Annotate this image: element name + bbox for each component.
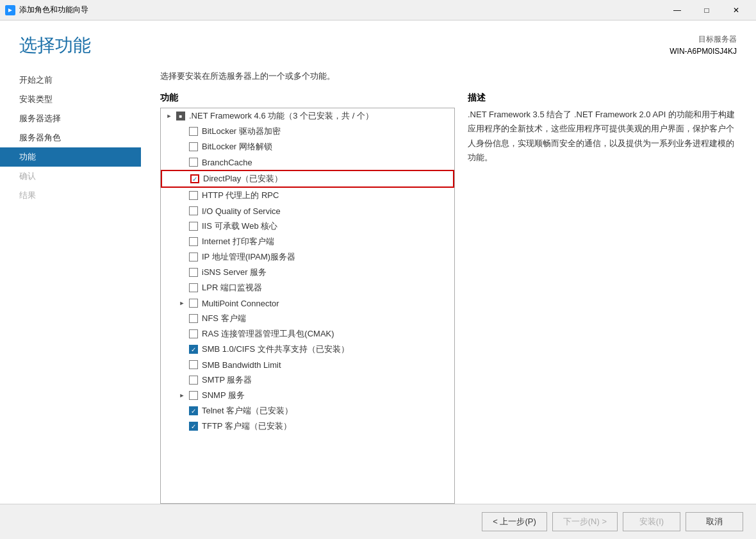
feature-item[interactable]: NFS 客户端	[161, 311, 454, 326]
minimize-button[interactable]: —	[662, 0, 692, 21]
features-label: 功能	[160, 92, 455, 104]
main-window: 选择功能 目标服务器 WIN-A6PM0ISJ4KJ 开始之前安装类型服务器选择…	[0, 21, 756, 539]
feature-item[interactable]: BranchCache	[161, 154, 454, 170]
install-button: 安装(I)	[623, 512, 680, 531]
features-panel: 功能 ►■.NET Framework 4.6 功能（3 个已安装，共 / 个）…	[160, 92, 737, 504]
feature-text: BitLocker 网络解锁	[202, 141, 450, 153]
feature-checkbox[interactable]	[189, 376, 198, 385]
feature-text: Telnet 客户端（已安装）	[202, 405, 450, 417]
features-list-container: 功能 ►■.NET Framework 4.6 功能（3 个已安装，共 / 个）…	[160, 92, 455, 504]
nav-item-功能[interactable]: 功能	[0, 147, 141, 167]
expand-icon	[177, 345, 186, 354]
feature-checkbox[interactable]	[189, 253, 198, 261]
cancel-button[interactable]: 取消	[686, 512, 743, 531]
feature-item[interactable]: IP 地址管理(IPAM)服务器	[161, 249, 454, 265]
expand-icon	[177, 268, 186, 277]
nav-item-服务器角色[interactable]: 服务器角色	[0, 128, 141, 147]
content-layout: 开始之前安装类型服务器选择服务器角色功能确认结果 选择要安装在所选服务器上的一个…	[0, 64, 756, 504]
feature-item[interactable]: LPR 端口监视器	[161, 280, 454, 295]
feature-checkbox[interactable]: ✓	[190, 174, 199, 183]
expand-icon	[177, 422, 186, 431]
instruction-text: 选择要安装在所选服务器上的一个或多个功能。	[160, 64, 737, 82]
feature-item[interactable]: IIS 可承载 Web 核心	[161, 219, 454, 234]
bottom-bar: < 上一步(P) 下一步(N) > 安装(I) 取消	[0, 504, 756, 539]
feature-text: DirectPlay（已安装）	[203, 173, 449, 185]
feature-checkbox[interactable]	[189, 299, 198, 308]
feature-item[interactable]: ✓SMB 1.0/CIFS 文件共享支持（已安装）	[161, 342, 454, 357]
feature-text: Internet 打印客户端	[202, 236, 450, 247]
feature-checkbox[interactable]	[189, 237, 198, 246]
feature-text: iSNS Server 服务	[202, 267, 450, 278]
close-button[interactable]: ✕	[721, 0, 751, 21]
feature-text: SMTP 服务器	[202, 374, 450, 386]
feature-checkbox[interactable]	[189, 127, 198, 136]
feature-text: BranchCache	[202, 158, 450, 167]
expand-icon	[177, 360, 186, 369]
feature-checkbox[interactable]	[189, 283, 198, 292]
expand-icon	[177, 314, 186, 323]
feature-item[interactable]: BitLocker 网络解锁	[161, 139, 454, 154]
title-bar-controls: — □ ✕	[662, 0, 751, 21]
feature-text: .NET Framework 4.6 功能（3 个已安装，共 / 个）	[189, 110, 450, 122]
feature-item[interactable]: Internet 打印客户端	[161, 234, 454, 249]
feature-item[interactable]: SMB Bandwidth Limit	[161, 357, 454, 372]
feature-checkbox[interactable]	[189, 360, 198, 369]
feature-checkbox[interactable]	[189, 329, 198, 338]
feature-text: SNMP 服务	[202, 390, 450, 401]
feature-checkbox[interactable]	[189, 206, 198, 215]
feature-item[interactable]: HTTP 代理上的 RPC	[161, 188, 454, 203]
right-content: 选择要安装在所选服务器上的一个或多个功能。 功能 ►■.NET Framewor…	[141, 64, 756, 504]
feature-checkbox[interactable]	[189, 391, 198, 400]
feature-item[interactable]: ✓TFTP 客户端（已安装）	[161, 419, 454, 434]
expand-icon	[177, 222, 186, 231]
feature-text: NFS 客户端	[202, 313, 450, 324]
feature-checkbox[interactable]	[189, 191, 198, 200]
feature-text: MultiPoint Connector	[202, 299, 450, 308]
feature-item[interactable]: ✓DirectPlay（已安装）	[161, 170, 454, 188]
feature-item[interactable]: ✓Telnet 客户端（已安装）	[161, 403, 454, 419]
feature-item[interactable]: I/O Quality of Service	[161, 203, 454, 219]
feature-checkbox[interactable]	[189, 314, 198, 323]
feature-checkbox[interactable]	[189, 158, 198, 167]
feature-text: HTTP 代理上的 RPC	[202, 190, 450, 201]
feature-text: TFTP 客户端（已安装）	[202, 420, 450, 432]
expand-icon	[177, 376, 186, 385]
feature-text: BitLocker 驱动器加密	[202, 126, 450, 137]
nav-item-开始之前[interactable]: 开始之前	[0, 70, 141, 90]
feature-checkbox[interactable]	[189, 268, 198, 277]
expand-icon	[177, 142, 186, 151]
next-button: 下一步(N) >	[552, 512, 618, 531]
expand-icon	[177, 127, 186, 136]
expand-icon	[177, 283, 186, 292]
expand-icon[interactable]: ►	[177, 391, 186, 400]
feature-item[interactable]: iSNS Server 服务	[161, 265, 454, 280]
expand-icon[interactable]: ►	[165, 112, 174, 120]
server-info: 目标服务器 WIN-A6PM0ISJ4KJ	[670, 33, 737, 58]
expand-icon	[177, 206, 186, 215]
expand-icon	[177, 329, 186, 338]
feature-item[interactable]: ►MultiPoint Connector	[161, 295, 454, 311]
description-panel: 描述 .NET Framework 3.5 结合了 .NET Framework…	[468, 92, 737, 504]
feature-checkbox[interactable]	[189, 142, 198, 151]
feature-checkbox[interactable]: ✓	[189, 406, 198, 415]
feature-checkbox[interactable]: ■	[176, 112, 185, 120]
maximize-button[interactable]: □	[692, 0, 721, 21]
feature-checkbox[interactable]	[189, 222, 198, 231]
description-text: .NET Framework 3.5 结合了 .NET Framework 2.…	[468, 108, 737, 164]
feature-item[interactable]: SMTP 服务器	[161, 372, 454, 388]
feature-checkbox[interactable]: ✓	[189, 422, 198, 431]
feature-checkbox[interactable]: ✓	[189, 345, 198, 354]
feature-text: IP 地址管理(IPAM)服务器	[202, 251, 450, 263]
feature-item[interactable]: ►SNMP 服务	[161, 388, 454, 403]
feature-text: IIS 可承载 Web 核心	[202, 220, 450, 232]
expand-icon	[177, 237, 186, 246]
feature-item[interactable]: ►■.NET Framework 4.6 功能（3 个已安装，共 / 个）	[161, 108, 454, 124]
nav-item-安装类型[interactable]: 安装类型	[0, 90, 141, 109]
prev-button[interactable]: < 上一步(P)	[482, 512, 547, 531]
expand-icon[interactable]: ►	[177, 299, 186, 308]
feature-item[interactable]: BitLocker 驱动器加密	[161, 124, 454, 139]
nav-item-服务器选择[interactable]: 服务器选择	[0, 109, 141, 128]
feature-text: SMB 1.0/CIFS 文件共享支持（已安装）	[202, 344, 450, 355]
features-list[interactable]: ►■.NET Framework 4.6 功能（3 个已安装，共 / 个）Bit…	[160, 108, 455, 504]
feature-item[interactable]: RAS 连接管理器管理工具包(CMAK)	[161, 326, 454, 342]
